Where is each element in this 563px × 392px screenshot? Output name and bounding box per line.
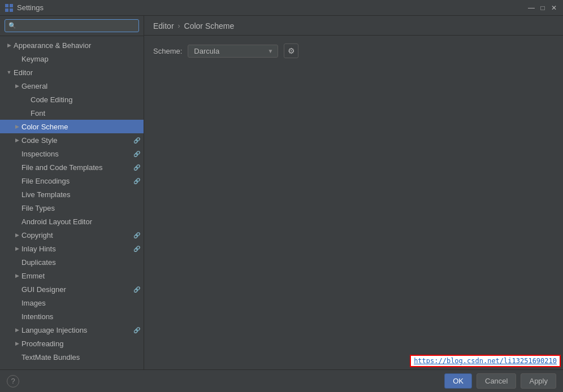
chevron-icon bbox=[12, 124, 21, 129]
title-bar-left: Settings bbox=[5, 3, 44, 12]
sidebar-item-proofreading[interactable]: Proofreading bbox=[0, 337, 144, 350]
scheme-value: Darcula bbox=[194, 47, 219, 55]
sidebar-item-appearance[interactable]: Appearance & Behavior bbox=[0, 38, 144, 52]
ok-button[interactable]: OK bbox=[444, 373, 472, 389]
help-button[interactable]: ? bbox=[7, 375, 19, 387]
watermark-link: https://blog.csdn.net/li13251690210 bbox=[410, 355, 561, 367]
external-link-icon: 🔗 bbox=[133, 327, 140, 333]
sidebar-item-font[interactable]: Font bbox=[0, 106, 144, 120]
content-area: Editor › Color Scheme Scheme: Darcula ▼ … bbox=[144, 16, 563, 369]
sidebar-item-label: Images bbox=[21, 299, 144, 307]
chevron-icon bbox=[12, 232, 21, 238]
sidebar-item-android-layout-editor[interactable]: Android Layout Editor bbox=[0, 215, 144, 228]
sidebar-item-label: Copyright bbox=[21, 231, 133, 239]
gear-icon: ⚙ bbox=[288, 46, 295, 55]
sidebar-item-label: Inspections bbox=[21, 150, 133, 158]
cancel-button[interactable]: Cancel bbox=[477, 373, 516, 389]
app-icon bbox=[5, 3, 14, 12]
search-box[interactable]: 🔍 bbox=[5, 19, 139, 32]
window-title: Settings bbox=[17, 3, 44, 12]
chevron-down-icon: ▼ bbox=[267, 48, 273, 54]
sidebar-item-file-encodings[interactable]: File Encodings🔗 bbox=[0, 174, 144, 188]
sidebar-item-label: Keymap bbox=[21, 55, 144, 63]
scheme-dropdown[interactable]: Darcula ▼ bbox=[188, 45, 278, 58]
sidebar-item-gui-designer[interactable]: GUI Designer🔗 bbox=[0, 282, 144, 296]
content-body: Scheme: Darcula ▼ ⚙ bbox=[144, 36, 563, 66]
sidebar-item-label: Code Editing bbox=[31, 95, 144, 104]
breadcrumb-current: Color Scheme bbox=[184, 21, 235, 31]
sidebar-item-live-templates[interactable]: Live Templates bbox=[0, 188, 144, 201]
content-header: Editor › Color Scheme bbox=[144, 16, 563, 36]
sidebar-item-file-types[interactable]: File Types bbox=[0, 201, 144, 215]
sidebar-item-label: File and Code Templates bbox=[21, 163, 133, 172]
sidebar-item-inlay-hints[interactable]: Inlay Hints🔗 bbox=[0, 242, 144, 255]
sidebar-item-label: Android Layout Editor bbox=[21, 217, 144, 226]
title-bar: Settings — □ ✕ bbox=[0, 0, 563, 16]
help-icon: ? bbox=[11, 377, 15, 385]
svg-rect-1 bbox=[10, 4, 13, 7]
sidebar-item-editor[interactable]: Editor bbox=[0, 66, 144, 79]
sidebar-item-intentions[interactable]: Intentions bbox=[0, 310, 144, 323]
bottom-bar: ? OK Cancel Apply bbox=[0, 369, 563, 392]
external-link-icon: 🔗 bbox=[133, 246, 140, 252]
external-link-icon: 🔗 bbox=[133, 151, 140, 157]
sidebar-item-label: Proofreading bbox=[21, 339, 144, 348]
chevron-icon bbox=[12, 83, 21, 89]
sidebar-item-label: GUI Designer bbox=[21, 285, 133, 294]
sidebar-item-label: Intentions bbox=[21, 312, 144, 321]
chevron-icon bbox=[5, 69, 14, 75]
close-button[interactable]: ✕ bbox=[549, 3, 558, 12]
sidebar-item-keymap[interactable]: Keymap bbox=[0, 52, 144, 66]
maximize-button[interactable]: □ bbox=[538, 3, 547, 12]
search-container: 🔍 bbox=[0, 16, 144, 36]
breadcrumb-separator: › bbox=[178, 22, 180, 30]
sidebar-item-code-style[interactable]: Code Style🔗 bbox=[0, 133, 144, 147]
svg-rect-3 bbox=[10, 8, 13, 12]
sidebar-item-file-code-templates[interactable]: File and Code Templates🔗 bbox=[0, 160, 144, 174]
sidebar-item-general[interactable]: General bbox=[0, 79, 144, 93]
sidebar-item-label: Color Scheme bbox=[21, 123, 144, 131]
sidebar-item-label: Live Templates bbox=[21, 190, 144, 199]
sidebar-item-textmate-bundles[interactable]: TextMate Bundles bbox=[0, 350, 144, 364]
svg-rect-2 bbox=[5, 8, 8, 12]
sidebar-item-label: General bbox=[21, 82, 144, 90]
sidebar-item-duplicates[interactable]: Duplicates bbox=[0, 255, 144, 269]
search-input[interactable] bbox=[19, 21, 135, 30]
sidebar-item-label: Duplicates bbox=[21, 258, 144, 267]
chevron-icon bbox=[5, 42, 14, 48]
sidebar-item-label: TextMate Bundles bbox=[21, 353, 144, 361]
svg-rect-0 bbox=[5, 4, 8, 7]
external-link-icon: 🔗 bbox=[133, 286, 140, 293]
apply-button[interactable]: Apply bbox=[521, 373, 556, 389]
sidebar-item-label: File Types bbox=[21, 204, 144, 212]
sidebar-item-images[interactable]: Images bbox=[0, 296, 144, 310]
sidebar-item-label: Language Injections bbox=[21, 326, 133, 334]
sidebar-item-emmet[interactable]: Emmet bbox=[0, 269, 144, 282]
minimize-button[interactable]: — bbox=[527, 3, 536, 12]
chevron-icon bbox=[12, 246, 21, 251]
sidebar-item-label: Emmet bbox=[21, 272, 144, 280]
sidebar-item-label: Appearance & Behavior bbox=[14, 41, 144, 50]
sidebar-item-label: Editor bbox=[14, 68, 144, 77]
sidebar-item-code-editing[interactable]: Code Editing bbox=[0, 93, 144, 106]
chevron-icon bbox=[12, 137, 21, 143]
search-icon: 🔍 bbox=[8, 22, 16, 29]
bottom-right: OK Cancel Apply bbox=[444, 373, 556, 389]
main-container: 🔍 Appearance & BehaviorKeymapEditorGener… bbox=[0, 16, 563, 369]
sidebar-item-copyright[interactable]: Copyright🔗 bbox=[0, 228, 144, 242]
external-link-icon: 🔗 bbox=[133, 232, 140, 238]
settings-tree: Appearance & BehaviorKeymapEditorGeneral… bbox=[0, 36, 144, 369]
sidebar-item-label: Code Style bbox=[21, 136, 133, 145]
sidebar-item-inspections[interactable]: Inspections🔗 bbox=[0, 147, 144, 160]
external-link-icon: 🔗 bbox=[133, 178, 140, 184]
chevron-icon bbox=[12, 273, 21, 278]
sidebar: 🔍 Appearance & BehaviorKeymapEditorGener… bbox=[0, 16, 144, 369]
sidebar-item-label: File Encodings bbox=[21, 177, 133, 185]
sidebar-item-label: Font bbox=[31, 109, 144, 117]
sidebar-item-label: Inlay Hints bbox=[21, 245, 133, 253]
sidebar-item-language-injections[interactable]: Language Injections🔗 bbox=[0, 323, 144, 337]
chevron-icon bbox=[12, 341, 21, 346]
scheme-settings-button[interactable]: ⚙ bbox=[284, 43, 298, 58]
window-controls: — □ ✕ bbox=[527, 3, 558, 12]
sidebar-item-color-scheme[interactable]: Color Scheme bbox=[0, 120, 144, 133]
